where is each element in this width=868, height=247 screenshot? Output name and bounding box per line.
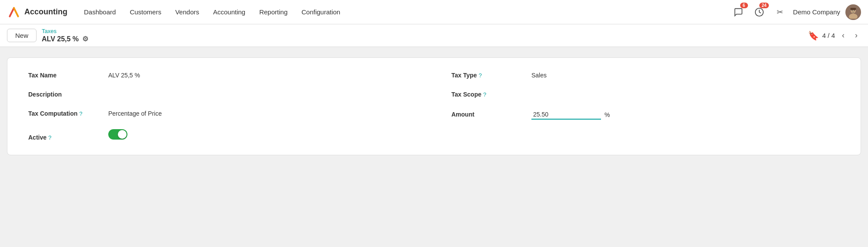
description-label: Description bbox=[28, 91, 98, 98]
toolbar-right: 🔖 4 / 4 ‹ › bbox=[808, 29, 861, 42]
messages-button[interactable]: 6 bbox=[731, 4, 746, 20]
nav-customers[interactable]: Customers bbox=[124, 6, 167, 18]
nav-vendors[interactable]: Vendors bbox=[169, 6, 205, 18]
pager-prev-button[interactable]: ‹ bbox=[838, 29, 848, 42]
toggle-track[interactable] bbox=[108, 129, 127, 140]
tax-type-row: Tax Type ? Sales bbox=[451, 72, 840, 79]
amount-input[interactable] bbox=[531, 110, 601, 120]
amount-wrapper: % bbox=[531, 110, 610, 120]
tax-name-value: ALV 25,5 % bbox=[108, 72, 140, 79]
form-card: Tax Name ALV 25,5 % Description Tax Comp… bbox=[7, 57, 861, 155]
active-label: Active ? bbox=[28, 134, 98, 141]
toolbar: New Taxes ALV 25,5 % ⚙ 🔖 4 / 4 ‹ › bbox=[0, 24, 868, 47]
nav-right: 6 24 ✂ Demo Company bbox=[731, 4, 861, 20]
tax-scope-help-icon[interactable]: ? bbox=[483, 91, 486, 98]
tax-name-row: Tax Name ALV 25,5 % bbox=[28, 72, 417, 79]
activity-button[interactable]: 24 bbox=[751, 4, 767, 20]
navbar: Accounting Dashboard Customers Vendors A… bbox=[0, 0, 868, 24]
gear-icon[interactable]: ⚙ bbox=[82, 35, 88, 43]
breadcrumb-parent[interactable]: Taxes bbox=[42, 28, 88, 34]
brand[interactable]: Accounting bbox=[7, 5, 67, 19]
wrench-icon: ✂ bbox=[777, 7, 783, 17]
amount-label: Amount bbox=[451, 111, 521, 118]
breadcrumb-current: ALV 25,5 % ⚙ bbox=[42, 35, 88, 43]
avatar-icon bbox=[847, 6, 860, 19]
active-toggle[interactable] bbox=[108, 129, 127, 140]
tax-computation-row: Tax Computation ? Percentage of Price bbox=[28, 110, 417, 117]
pager-text: 4 / 4 bbox=[822, 32, 835, 39]
form-grid: Tax Name ALV 25,5 % Description Tax Comp… bbox=[28, 72, 840, 141]
tax-computation-label: Tax Computation ? bbox=[28, 110, 98, 117]
tax-scope-label: Tax Scope ? bbox=[451, 91, 521, 98]
pager-next-button[interactable]: › bbox=[851, 29, 861, 42]
tax-type-help-icon[interactable]: ? bbox=[479, 72, 482, 79]
avatar[interactable] bbox=[845, 4, 861, 20]
tax-computation-help-icon[interactable]: ? bbox=[79, 110, 82, 117]
activity-badge: 24 bbox=[759, 3, 768, 8]
nav-reporting[interactable]: Reporting bbox=[253, 6, 294, 18]
breadcrumb-current-text: ALV 25,5 % bbox=[42, 35, 79, 43]
bookmark-icon[interactable]: 🔖 bbox=[808, 30, 819, 41]
nav-configuration[interactable]: Configuration bbox=[295, 6, 346, 18]
tax-name-label: Tax Name bbox=[28, 72, 98, 79]
nav-items: Dashboard Customers Vendors Accounting R… bbox=[78, 6, 731, 18]
percent-sign: % bbox=[604, 111, 610, 118]
active-row: Active ? bbox=[28, 129, 417, 141]
breadcrumb: Taxes ALV 25,5 % ⚙ bbox=[42, 28, 88, 43]
wrench-button[interactable]: ✂ bbox=[772, 4, 788, 20]
tax-computation-value: Percentage of Price bbox=[108, 110, 162, 117]
svg-point-4 bbox=[849, 13, 858, 19]
svg-line-1 bbox=[14, 8, 18, 16]
main-content: Tax Name ALV 25,5 % Description Tax Comp… bbox=[0, 47, 868, 166]
company-name[interactable]: Demo Company bbox=[793, 8, 840, 16]
tax-type-value: Sales bbox=[531, 72, 547, 79]
nav-accounting[interactable]: Accounting bbox=[207, 6, 251, 18]
tax-scope-row: Tax Scope ? bbox=[451, 91, 840, 98]
brand-name: Accounting bbox=[24, 7, 67, 17]
toggle-knob bbox=[118, 130, 127, 139]
messages-badge: 6 bbox=[740, 3, 748, 8]
tax-type-label: Tax Type ? bbox=[451, 72, 521, 79]
clock-icon bbox=[754, 7, 764, 17]
new-button[interactable]: New bbox=[7, 29, 37, 42]
description-row: Description bbox=[28, 91, 417, 98]
svg-line-0 bbox=[10, 8, 14, 16]
amount-row: Amount % bbox=[451, 110, 840, 120]
svg-rect-7 bbox=[850, 8, 856, 10]
chat-icon bbox=[734, 7, 743, 17]
active-help-icon[interactable]: ? bbox=[48, 134, 51, 141]
nav-dashboard[interactable]: Dashboard bbox=[78, 6, 122, 18]
brand-icon bbox=[7, 5, 21, 19]
